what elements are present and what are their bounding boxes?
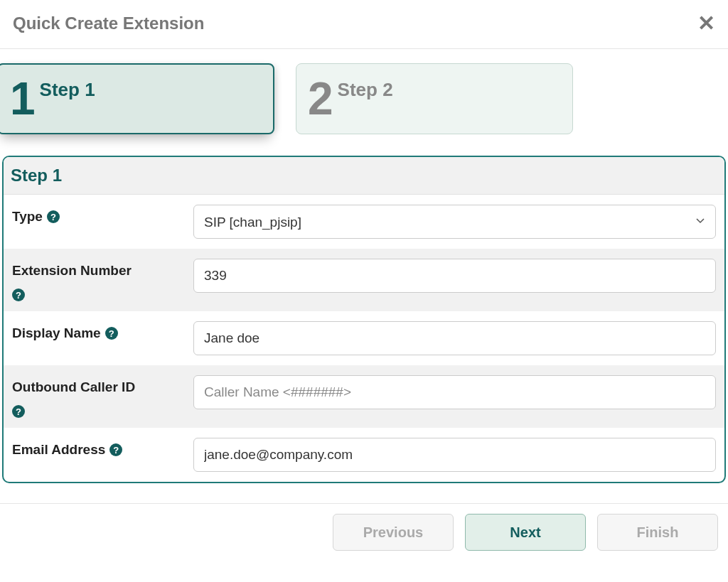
wizard-steps: 1 Step 1 2 Step 2 — [0, 49, 728, 156]
email-input[interactable] — [193, 438, 716, 472]
label-display-name: Display Name ? — [12, 321, 193, 341]
row-outbound-caller-id: Outbound Caller ID ? — [4, 365, 724, 428]
input-col — [193, 321, 716, 355]
input-col — [193, 438, 716, 472]
modal-header: Quick Create Extension ✕ — [0, 0, 728, 49]
label-extension-number: Extension Number ? — [12, 259, 193, 301]
row-display-name: Display Name ? — [4, 311, 724, 365]
step-number: 1 — [10, 76, 36, 122]
wizard-footer: Previous Next Finish — [0, 503, 728, 551]
type-select[interactable]: SIP [chan_pjsip] — [193, 205, 716, 239]
step-number: 2 — [308, 76, 333, 122]
label-text: Outbound Caller ID — [12, 379, 135, 395]
help-icon[interactable]: ? — [109, 443, 122, 456]
label-email: Email Address ? — [12, 438, 193, 458]
help-icon[interactable]: ? — [105, 327, 118, 340]
previous-button[interactable]: Previous — [333, 514, 454, 551]
extension-number-input[interactable] — [193, 259, 716, 293]
finish-button[interactable]: Finish — [597, 514, 718, 551]
step-tab-2[interactable]: 2 Step 2 — [296, 63, 573, 134]
row-extension-number: Extension Number ? — [4, 249, 724, 311]
display-name-input[interactable] — [193, 321, 716, 355]
label-text: Type — [12, 209, 43, 225]
modal-title: Quick Create Extension — [13, 14, 204, 33]
label-text: Email Address — [12, 442, 105, 458]
help-icon[interactable]: ? — [12, 289, 25, 301]
input-col: SIP [chan_pjsip] — [193, 205, 716, 239]
close-button[interactable]: ✕ — [697, 13, 715, 34]
label-text: Display Name — [12, 325, 101, 341]
input-col — [193, 375, 716, 409]
step-label: Step 2 — [338, 79, 393, 101]
label-text: Extension Number — [12, 263, 132, 279]
type-select-wrap: SIP [chan_pjsip] — [193, 205, 716, 239]
step1-panel: Step 1 Type ? SIP [chan_pjsip] Extension… — [2, 156, 726, 483]
help-icon[interactable]: ? — [47, 210, 60, 223]
outbound-caller-id-input[interactable] — [193, 375, 716, 409]
row-type: Type ? SIP [chan_pjsip] — [4, 195, 724, 249]
help-icon[interactable]: ? — [12, 405, 25, 418]
step-tab-1[interactable]: 1 Step 1 — [0, 63, 274, 134]
next-button[interactable]: Next — [465, 514, 586, 551]
label-type: Type ? — [12, 205, 193, 225]
input-col — [193, 259, 716, 293]
panel-title: Step 1 — [4, 157, 724, 195]
row-email: Email Address ? — [4, 428, 724, 482]
step-label: Step 1 — [40, 79, 95, 101]
label-outbound-caller-id: Outbound Caller ID ? — [12, 375, 193, 418]
